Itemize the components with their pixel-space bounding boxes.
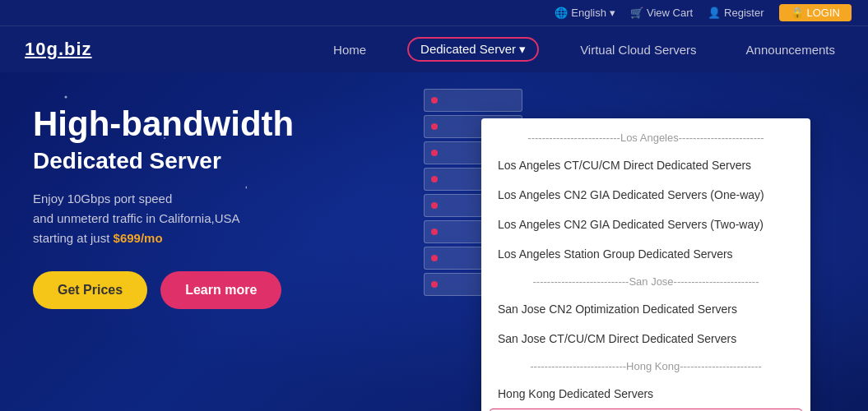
nav-virtual-cloud[interactable]: Virtual Cloud Servers [572, 38, 704, 62]
language-label: English [571, 7, 606, 19]
dropdown-separator-hk: ---------------------------Hong Kong----… [481, 353, 810, 379]
dropdown-item-la-cn2-one[interactable]: Los Angeles CN2 GIA Dedicated Servers (O… [481, 180, 810, 210]
main-nav: 10g.biz Home Dedicated Server ▾ Virtual … [0, 26, 868, 72]
dropdown-item-la-station[interactable]: Los Angeles Station Group Dedicated Serv… [481, 239, 810, 269]
nav-home[interactable]: Home [325, 38, 374, 62]
hero-section: High-bandwidth Dedicated Server Enjoy 10… [0, 72, 868, 411]
register-label: Register [724, 7, 764, 19]
cart-icon: 🛒 [630, 7, 643, 19]
chevron-down-icon: ▾ [610, 7, 615, 19]
site-logo[interactable]: 10g.biz [25, 39, 92, 60]
dropdown-item-la-ct[interactable]: Los Angeles CT/CU/CM Direct Dedicated Se… [481, 150, 810, 180]
svg-point-5 [246, 187, 248, 189]
language-selector[interactable]: 🌐 English ▾ [555, 7, 615, 19]
nav-dedicated-server[interactable]: Dedicated Server ▾ [407, 37, 539, 62]
status-dot [431, 255, 438, 261]
globe-icon: 🌐 [555, 7, 568, 19]
learn-more-button[interactable]: Learn more [160, 271, 281, 309]
price-prefix: starting at just [33, 231, 114, 245]
svg-point-0 [65, 96, 67, 99]
cart-link[interactable]: 🛒 View Cart [630, 7, 693, 19]
dropdown-item-hk[interactable]: Hong Kong Dedicated Servers [481, 379, 810, 409]
dropdown-item-sj-ct[interactable]: San Jose CT/CU/CM Direct Dedicated Serve… [481, 324, 810, 353]
dropdown-item-sj-cn2[interactable]: San Jose CN2 Optimization Dedicated Serv… [481, 294, 810, 324]
status-dot [431, 97, 438, 104]
status-dot [431, 176, 438, 182]
dropdown-separator-la: --------------------------Los Angeles---… [481, 125, 810, 150]
chevron-down-icon: ▾ [519, 42, 526, 56]
dedicated-server-dropdown: --------------------------Los Angeles---… [481, 118, 810, 411]
user-icon: 👤 [708, 7, 721, 19]
dropdown-separator-sj: ---------------------------San Jose-----… [481, 269, 810, 294]
get-prices-button[interactable]: Get Prices [33, 271, 147, 309]
dropdown-item-la-cn2-two[interactable]: Los Angeles CN2 GIA Dedicated Servers (T… [481, 210, 810, 239]
top-bar: 🌐 English ▾ 🛒 View Cart 👤 Register 🔒 LOG… [0, 0, 868, 26]
login-label: LOGIN [807, 7, 840, 19]
register-link[interactable]: 👤 Register [708, 7, 764, 19]
cart-label: View Cart [647, 7, 693, 19]
price-value: $699/mo [114, 231, 163, 245]
nav-announcements[interactable]: Announcements [738, 38, 843, 62]
login-button[interactable]: 🔒 LOGIN [779, 4, 852, 21]
lock-icon: 🔒 [791, 7, 804, 19]
